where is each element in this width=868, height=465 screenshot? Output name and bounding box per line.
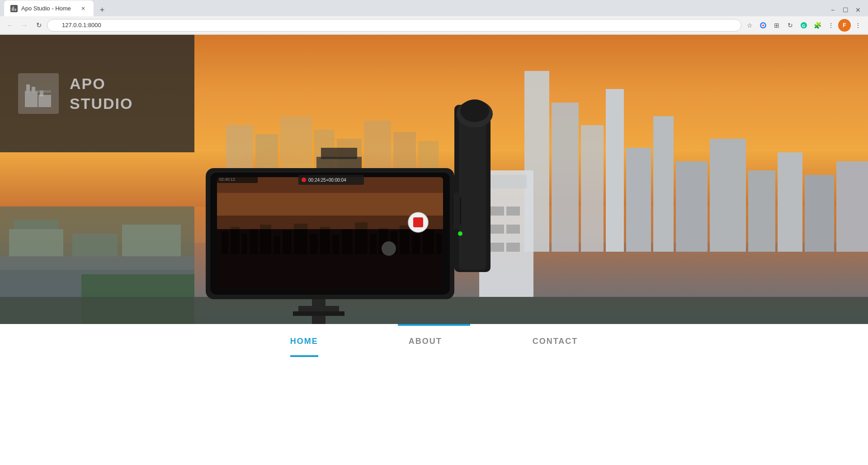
svg-rect-77	[400, 225, 410, 254]
browser-chrome: Apo Studio - Home ✕ + − ☐ ✕ ← → ↻ 🔒 ☆ ⊞ …	[0, 0, 868, 35]
logo-overlay: APO STUDIO	[0, 35, 194, 152]
svg-point-83	[302, 178, 306, 182]
nav-section: HOME ABOUT CONTACT	[0, 324, 868, 357]
svg-rect-27	[14, 220, 59, 229]
svg-rect-50	[491, 243, 504, 252]
svg-rect-64	[250, 229, 258, 254]
bookmark-button[interactable]: ☆	[743, 19, 756, 32]
new-tab-button[interactable]: +	[96, 4, 108, 16]
svg-point-94	[458, 231, 462, 236]
svg-rect-22	[778, 152, 802, 252]
address-bar-wrapper: 🔒	[47, 19, 741, 32]
svg-rect-51	[506, 243, 520, 252]
more-tools-button[interactable]: ⋮	[825, 19, 837, 32]
svg-point-89	[382, 241, 396, 256]
svg-rect-91	[459, 107, 486, 270]
svg-rect-28	[72, 234, 118, 256]
tab-close-button[interactable]: ✕	[79, 5, 87, 13]
svg-rect-72	[342, 229, 353, 254]
svg-rect-66	[274, 236, 280, 254]
address-bar[interactable]	[47, 19, 741, 32]
extensions-button[interactable]: 🧩	[811, 19, 824, 32]
svg-rect-2	[13, 6, 14, 8]
svg-rect-17	[626, 148, 651, 252]
tab-title: Apo Studio - Home	[21, 5, 75, 12]
svg-rect-67	[283, 230, 292, 254]
svg-rect-33	[0, 297, 868, 324]
svg-text:G: G	[802, 23, 805, 28]
svg-rect-1	[14, 9, 16, 11]
svg-rect-96	[453, 193, 460, 229]
svg-rect-62	[231, 227, 240, 254]
svg-rect-102	[25, 90, 51, 93]
svg-rect-74	[370, 234, 377, 254]
svg-rect-21	[748, 170, 775, 252]
svg-rect-15	[581, 125, 604, 252]
svg-rect-48	[491, 225, 504, 234]
svg-rect-16	[606, 89, 624, 252]
svg-rect-43	[321, 148, 357, 159]
svg-point-93	[460, 99, 489, 122]
svg-rect-0	[12, 8, 14, 11]
window-maximize-button[interactable]: ☐	[839, 4, 852, 16]
logo-icon	[18, 73, 59, 114]
logo-line2: STUDIO	[70, 94, 133, 113]
svg-rect-26	[9, 229, 63, 256]
svg-rect-18	[653, 116, 674, 252]
reload-button[interactable]: ↻	[33, 19, 45, 32]
svg-rect-80	[436, 234, 442, 254]
website: 00:24:25+00:00:04 02:40:12	[0, 35, 868, 357]
svg-rect-46	[491, 207, 504, 216]
logo-text: APO STUDIO	[70, 74, 133, 113]
active-tab[interactable]: Apo Studio - Home ✕	[4, 0, 94, 16]
svg-rect-19	[676, 161, 708, 252]
svg-rect-71	[332, 235, 340, 254]
svg-rect-24	[836, 161, 868, 252]
svg-rect-54	[293, 311, 344, 316]
logo-svg	[23, 78, 54, 109]
nav-contact[interactable]: CONTACT	[533, 337, 578, 357]
refresh-alt-button[interactable]: ↻	[784, 19, 797, 32]
svg-rect-45	[488, 175, 527, 188]
hero-section: 00:24:25+00:00:04 02:40:12	[0, 35, 868, 324]
svg-rect-20	[710, 139, 746, 252]
nav-home[interactable]: HOME	[290, 337, 318, 357]
svg-rect-88	[413, 217, 423, 227]
svg-rect-47	[506, 207, 520, 216]
svg-rect-98	[38, 95, 51, 107]
grid-button[interactable]: ⊞	[770, 19, 783, 32]
svg-rect-63	[242, 234, 247, 254]
svg-rect-97	[25, 91, 38, 107]
svg-rect-29	[122, 225, 181, 256]
tab-favicon	[10, 5, 18, 12]
svg-rect-69	[310, 234, 318, 254]
extension-google-btn[interactable]	[757, 19, 769, 32]
svg-rect-53	[298, 306, 339, 311]
svg-rect-30	[0, 256, 194, 270]
window-close-button[interactable]: ✕	[852, 4, 864, 16]
grammarly-button[interactable]: G	[797, 19, 810, 32]
back-button[interactable]: ←	[4, 19, 16, 32]
svg-rect-70	[320, 227, 330, 254]
nav-about[interactable]: ABOUT	[409, 337, 442, 357]
toolbar-icons: ☆ ⊞ ↻ G 🧩 ⋮ F ⋮	[743, 19, 864, 32]
svg-rect-79	[423, 229, 434, 254]
window-minimize-button[interactable]: −	[826, 4, 839, 16]
forward-button[interactable]: →	[18, 19, 31, 32]
svg-text:02:40:12: 02:40:12	[219, 177, 235, 182]
logo-line1: APO	[70, 74, 133, 94]
svg-rect-49	[506, 225, 520, 234]
svg-text:00:24:25+00:00:04: 00:24:25+00:00:04	[308, 178, 346, 183]
svg-rect-23	[805, 175, 834, 252]
svg-rect-78	[412, 235, 420, 254]
svg-rect-14	[552, 103, 579, 252]
browser-toolbar: ← → ↻ 🔒 ☆ ⊞ ↻ G 🧩 ⋮ F ⋮	[0, 16, 868, 34]
chrome-menu-button[interactable]: ⋮	[852, 19, 864, 32]
svg-point-5	[762, 24, 764, 26]
nav-bar: HOME ABOUT CONTACT	[0, 326, 868, 357]
tab-bar: Apo Studio - Home ✕ + − ☐ ✕	[0, 0, 868, 16]
svg-rect-61	[222, 231, 228, 254]
profile-button[interactable]: F	[838, 19, 851, 32]
